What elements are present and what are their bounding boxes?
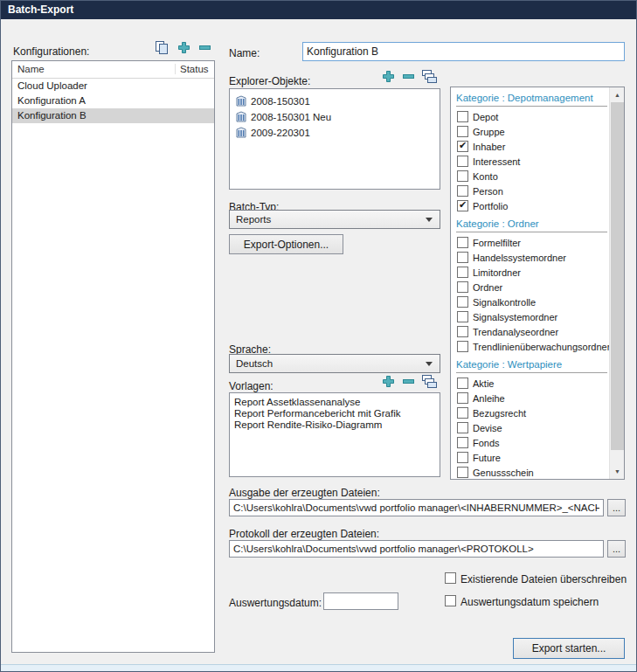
scroll-down-icon[interactable]: ▼ bbox=[610, 464, 625, 479]
template-row[interactable]: Report Rendite-Risiko-Diagramm bbox=[230, 419, 440, 431]
category-option-interessent[interactable]: Interessent bbox=[451, 154, 609, 169]
checkbox[interactable] bbox=[457, 185, 468, 197]
category-option-genussschein[interactable]: Genussschein bbox=[451, 465, 609, 479]
explorer-object-row[interactable]: 2009-220301 bbox=[230, 125, 440, 141]
column-header-name[interactable]: Name bbox=[17, 64, 45, 74]
add-multiple-templates-button[interactable] bbox=[421, 375, 437, 391]
chevron-down-icon[interactable] bbox=[426, 362, 433, 366]
checkbox[interactable] bbox=[457, 392, 468, 404]
checkbox[interactable] bbox=[457, 341, 468, 352]
checkbox-label: Aktie bbox=[473, 378, 494, 389]
checkbox[interactable] bbox=[457, 111, 468, 122]
name-input[interactable] bbox=[302, 42, 625, 61]
explorer-object-row[interactable]: 2008-150301 Neu bbox=[230, 109, 440, 125]
explorer-object-row[interactable]: 2008-150301 bbox=[230, 94, 440, 109]
category-option-formelfilter[interactable]: Formelfilter bbox=[451, 235, 609, 250]
category-option-inhaber[interactable]: Inhaber bbox=[451, 139, 609, 154]
category-option-konto[interactable]: Konto bbox=[451, 169, 609, 184]
category-option-handelssystemordner[interactable]: Handelssystemordner bbox=[451, 250, 609, 265]
checkbox[interactable] bbox=[457, 437, 468, 448]
batch-type-dropdown[interactable]: Reports bbox=[229, 210, 440, 229]
output-path-input[interactable] bbox=[229, 499, 604, 516]
protocol-browse-button[interactable]: ... bbox=[607, 540, 626, 558]
start-export-button[interactable]: Export starten... bbox=[513, 638, 625, 659]
category-option-limitordner[interactable]: Limitordner bbox=[451, 265, 609, 280]
configuration-name: Konfiguration B bbox=[17, 110, 87, 121]
window-bottom-frame bbox=[1, 664, 636, 671]
explorer-objects-list[interactable]: 2008-150301 2008-150301 Neu 2009-220301 bbox=[229, 88, 440, 190]
category-option-aktie[interactable]: Aktie bbox=[451, 376, 609, 391]
configuration-row[interactable]: Konfiguration B bbox=[12, 108, 214, 123]
copy-icon bbox=[155, 41, 169, 58]
column-header-status[interactable]: Status bbox=[175, 64, 209, 74]
checkbox[interactable] bbox=[457, 378, 468, 389]
category-option-signalkontrolle[interactable]: Signalkontrolle bbox=[451, 294, 609, 309]
checkbox-label: Formelfilter bbox=[473, 238, 521, 248]
save-evaluation-date-checkbox[interactable] bbox=[445, 595, 456, 606]
category-header-depotmanagement: Kategorie : Depotmanagement bbox=[456, 92, 607, 107]
remove-configuration-button[interactable] bbox=[197, 41, 212, 57]
overwrite-files-checkbox[interactable] bbox=[445, 572, 456, 584]
checkbox[interactable] bbox=[457, 200, 468, 211]
chevron-down-icon[interactable] bbox=[426, 218, 433, 222]
configuration-row[interactable]: Cloud Uploader bbox=[12, 79, 214, 94]
checkbox[interactable] bbox=[457, 296, 468, 308]
remove-explorer-object-button[interactable] bbox=[400, 70, 416, 86]
protocol-path-input[interactable] bbox=[229, 540, 604, 558]
checkbox[interactable] bbox=[457, 156, 468, 167]
category-option-anleihe[interactable]: Anleihe bbox=[451, 391, 609, 405]
category-option-devise[interactable]: Devise bbox=[451, 420, 609, 435]
remove-template-button[interactable] bbox=[400, 375, 416, 391]
window-titlebar[interactable]: Batch-Export bbox=[1, 1, 636, 19]
checkbox[interactable] bbox=[457, 452, 468, 463]
category-option-ordner[interactable]: Ordner bbox=[451, 280, 609, 294]
output-browse-button[interactable]: ... bbox=[607, 499, 626, 516]
checkbox[interactable] bbox=[457, 267, 468, 278]
checkbox[interactable] bbox=[457, 407, 468, 419]
categories-scrollbar[interactable]: ▲ ▼ bbox=[609, 87, 624, 479]
checkbox[interactable] bbox=[457, 252, 468, 263]
scrollbar-thumb[interactable] bbox=[611, 102, 624, 450]
copy-configuration-button[interactable] bbox=[154, 41, 170, 57]
category-option-depot[interactable]: Depot bbox=[451, 109, 609, 124]
checkbox[interactable] bbox=[457, 422, 468, 433]
minus-icon bbox=[199, 42, 211, 56]
category-option-portfolio[interactable]: Portfolio bbox=[451, 198, 609, 213]
evaluation-date-input[interactable] bbox=[323, 592, 398, 610]
checkbox[interactable] bbox=[457, 170, 468, 182]
checkbox-label: Genussschein bbox=[473, 468, 534, 478]
language-dropdown[interactable]: Deutsch bbox=[229, 354, 440, 373]
configuration-row[interactable]: Konfiguration A bbox=[12, 94, 214, 108]
categories-content: Kategorie : Depotmanagement Depot Gruppe… bbox=[451, 87, 609, 479]
template-row[interactable]: Report Performancebericht mit Grafik bbox=[230, 408, 440, 419]
checkbox[interactable] bbox=[457, 126, 468, 137]
checkbox[interactable] bbox=[457, 237, 468, 248]
add-explorer-object-button[interactable] bbox=[380, 70, 396, 86]
checkbox[interactable] bbox=[457, 326, 468, 337]
category-option-future[interactable]: Future bbox=[451, 450, 609, 465]
configurations-list[interactable]: Name Status Cloud Uploader Konfiguration… bbox=[11, 60, 215, 653]
template-row[interactable]: Report Assetklassenanalyse bbox=[230, 397, 440, 408]
add-template-button[interactable] bbox=[380, 375, 396, 391]
checkbox[interactable] bbox=[457, 311, 468, 322]
checkbox[interactable] bbox=[457, 281, 468, 293]
scroll-up-icon[interactable]: ▲ bbox=[610, 87, 625, 102]
checkbox[interactable] bbox=[457, 467, 468, 478]
checkbox[interactable] bbox=[457, 141, 468, 152]
checkbox-label: Person bbox=[473, 186, 503, 197]
category-option-gruppe[interactable]: Gruppe bbox=[451, 124, 609, 139]
export-options-button[interactable]: Export-Optionen... bbox=[229, 234, 343, 254]
category-option-person[interactable]: Person bbox=[451, 184, 609, 198]
checkbox-label: Trendanalyseordner bbox=[473, 327, 558, 337]
minus-icon bbox=[403, 376, 414, 390]
category-option-signalsystemordner[interactable]: Signalsystemordner bbox=[451, 309, 609, 324]
templates-list[interactable]: Report Assetklassenanalyse Report Perfor… bbox=[229, 392, 440, 477]
category-option-fonds[interactable]: Fonds bbox=[451, 435, 609, 450]
category-option-trendlinienueberwachungsordner[interactable]: Trendlinienüberwachungsordner bbox=[451, 339, 609, 354]
category-option-trendanalyseordner[interactable]: Trendanalyseordner bbox=[451, 324, 609, 339]
category-option-bezugsrecht[interactable]: Bezugsrecht bbox=[451, 405, 609, 420]
add-configuration-button[interactable] bbox=[176, 41, 191, 57]
add-multiple-explorer-objects-button[interactable] bbox=[421, 70, 437, 86]
explorer-object-name: 2008-150301 bbox=[251, 96, 310, 107]
language-value: Deutsch bbox=[236, 358, 273, 369]
